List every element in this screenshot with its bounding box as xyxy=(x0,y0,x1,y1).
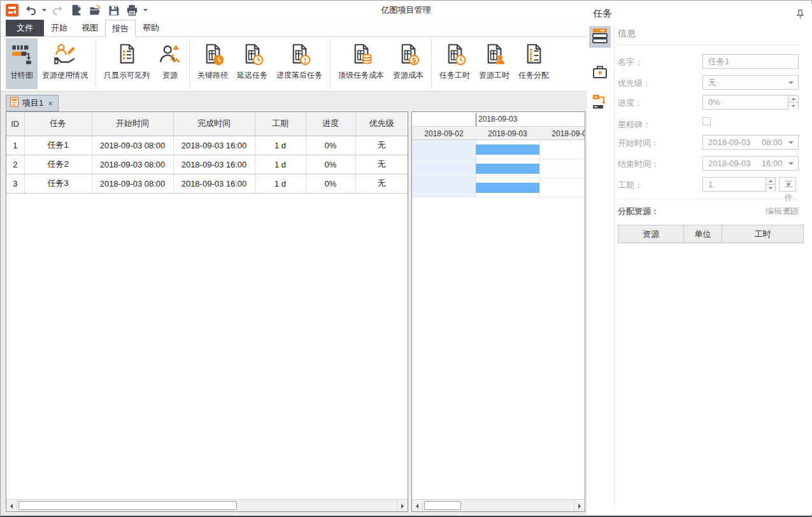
task-table-panel: ID任务开始时间完成时间工期进度优先级 1任务12018-09-03 08:00… xyxy=(6,111,408,512)
doc-clock-icon xyxy=(241,43,264,66)
table-cell: 1 d xyxy=(255,136,306,155)
ribbon-group-separator xyxy=(96,38,96,89)
scroll-left-button[interactable] xyxy=(6,500,17,511)
menu-tab-2[interactable]: 视图 xyxy=(75,20,105,36)
dependency-tab-button[interactable] xyxy=(589,92,611,113)
ribbon-button-label: 资源成本 xyxy=(393,70,424,81)
doc-coins-icon xyxy=(350,43,373,66)
document-tab[interactable]: 项目1 × xyxy=(6,95,59,111)
resource-icon xyxy=(159,43,182,66)
gantt-bar[interactable] xyxy=(476,183,539,193)
file-menu-button[interactable]: 文件 xyxy=(6,20,44,36)
table-cell: 0% xyxy=(306,155,355,174)
resource-column-header: 资源 xyxy=(618,225,683,243)
resource-column-header: 工时 xyxy=(722,225,803,243)
ribbon-button-doc-dollar[interactable]: $资源成本 xyxy=(388,38,428,89)
task-side-panel: 任务 信息 名字： 优先级： 无 xyxy=(587,4,812,514)
duration-spinner-buttons[interactable] xyxy=(766,177,776,192)
ribbon-button-doc-assign[interactable]: 任务分配 xyxy=(514,38,553,89)
end-time-field-row: 结束时间： 2018-09-03 16:00 xyxy=(618,156,799,171)
gantt-body xyxy=(412,140,585,499)
ribbon-group-separator xyxy=(431,38,432,89)
table-cell: 2018-09-03 16:00 xyxy=(173,155,255,174)
column-header: 进度 xyxy=(306,112,355,136)
duration-label: 工期： xyxy=(618,180,643,191)
end-time-picker[interactable]: 2018-09-03 16:00 xyxy=(702,156,799,171)
spin-down-icon[interactable] xyxy=(788,103,798,110)
gantt-header-days: 2018-09-022018-09-032018-09-04 xyxy=(412,126,585,140)
ribbon-button-doc-coins[interactable]: 顶级任务成本 xyxy=(334,38,388,89)
ribbon-button-doc-clock-filled[interactable]: 关键路径 xyxy=(193,38,232,89)
table-cell: 2018-09-03 16:00 xyxy=(173,174,255,193)
scrollbar-thumb[interactable] xyxy=(18,501,237,510)
name-input[interactable] xyxy=(702,54,799,69)
column-header: 任务 xyxy=(24,112,92,136)
spin-up-icon[interactable] xyxy=(788,96,798,103)
doc-exclaim-icon xyxy=(288,43,311,66)
ribbon-button-visible-columns[interactable]: 只显示可见列 xyxy=(99,38,154,89)
ribbon-button-resource-usage[interactable]: 资源使用情况 xyxy=(38,38,92,89)
start-time-label: 开始时间： xyxy=(618,138,659,149)
info-tab-button[interactable] xyxy=(589,26,611,48)
spinner-buttons[interactable] xyxy=(788,96,798,110)
pin-icon[interactable] xyxy=(796,10,804,22)
task-table-hscrollbar[interactable] xyxy=(6,499,408,511)
table-cell: 3 xyxy=(6,174,24,193)
ribbon-button-label: 延迟任务 xyxy=(237,70,267,81)
scroll-right-button[interactable] xyxy=(397,500,408,511)
menu-tab-3[interactable]: 报告 xyxy=(105,20,136,37)
menu-tab-4[interactable]: 帮助 xyxy=(136,20,166,36)
table-cell: 2018-09-03 08:00 xyxy=(92,136,173,155)
milestone-checkbox[interactable] xyxy=(702,117,711,125)
edit-resources-link[interactable]: 编辑资源 xyxy=(766,206,799,217)
panel-title: 任务 xyxy=(593,8,612,20)
ribbon-button-doc-person[interactable]: 资源工时 xyxy=(474,38,514,89)
name-field-row: 名字： xyxy=(618,54,799,69)
table-row[interactable]: 2任务22018-09-03 08:002018-09-03 16:001 d0… xyxy=(6,155,408,174)
dependency-icon xyxy=(592,93,608,112)
scroll-right-button[interactable] xyxy=(574,500,585,511)
duration-unit-select[interactable]: 工作日 xyxy=(779,177,796,192)
gantt-hscrollbar[interactable] xyxy=(412,499,585,511)
ribbon-button-gantt-chart[interactable]: 甘特图 xyxy=(6,38,38,89)
info-section-header: 信息 xyxy=(618,28,636,39)
ribbon-button-doc-clock[interactable]: 任务工时 xyxy=(435,38,474,89)
menu-tabs: 开始视图报告帮助 xyxy=(44,20,166,36)
ribbon-button-doc-exclaim[interactable]: 进度落后任务 xyxy=(272,38,327,89)
start-time-field-row: 开始时间： 2018-09-03 08:00 xyxy=(618,135,799,150)
doc-clock-filled-icon xyxy=(201,43,224,66)
progress-field-row: 进度： 0% xyxy=(618,95,799,110)
ribbon-button-resource[interactable]: 资源 xyxy=(154,38,186,89)
ribbon-button-label: 顶级任务成本 xyxy=(338,70,384,81)
document-tab-close-icon[interactable]: × xyxy=(46,99,53,108)
gantt-header-top: 2018-09-03 xyxy=(412,112,585,126)
resource-tab-button[interactable] xyxy=(589,62,611,84)
menu-tab-1[interactable]: 开始 xyxy=(44,20,75,36)
task-table: ID任务开始时间完成时间工期进度优先级 1任务12018-09-03 08:00… xyxy=(6,112,408,194)
table-cell: 无 xyxy=(355,136,408,155)
svg-text:$: $ xyxy=(411,56,417,65)
duration-input[interactable]: 1 xyxy=(702,177,766,192)
gantt-bar[interactable] xyxy=(476,145,539,155)
table-row[interactable]: 1任务12018-09-03 08:002018-09-03 16:001 d0… xyxy=(6,136,408,155)
table-cell: 2018-09-03 08:00 xyxy=(92,174,173,193)
start-time-picker[interactable]: 2018-09-03 08:00 xyxy=(702,135,799,150)
scroll-left-button[interactable] xyxy=(412,500,423,511)
spin-up-icon[interactable] xyxy=(766,178,775,185)
gantt-week-tick xyxy=(476,113,476,126)
table-cell: 2018-09-03 08:00 xyxy=(92,155,173,174)
priority-select[interactable]: 无 xyxy=(702,75,799,90)
progress-spinner[interactable]: 0% xyxy=(702,95,799,110)
gantt-weekend-shade xyxy=(412,140,476,197)
gantt-bar[interactable] xyxy=(476,164,539,174)
scrollbar-thumb[interactable] xyxy=(424,501,461,510)
milestone-label: 里程碑： xyxy=(618,119,651,131)
table-row[interactable]: 3任务32018-09-03 08:002018-09-03 16:001 d0… xyxy=(6,174,408,193)
document-tab-label: 项目1 xyxy=(22,97,43,109)
ribbon-button-doc-clock[interactable]: 延迟任务 xyxy=(232,38,272,89)
column-header: ID xyxy=(6,112,24,136)
info-icon xyxy=(592,27,608,46)
gantt-chart-icon xyxy=(10,43,33,66)
name-label: 名字： xyxy=(618,57,643,68)
spin-down-icon[interactable] xyxy=(766,185,775,192)
